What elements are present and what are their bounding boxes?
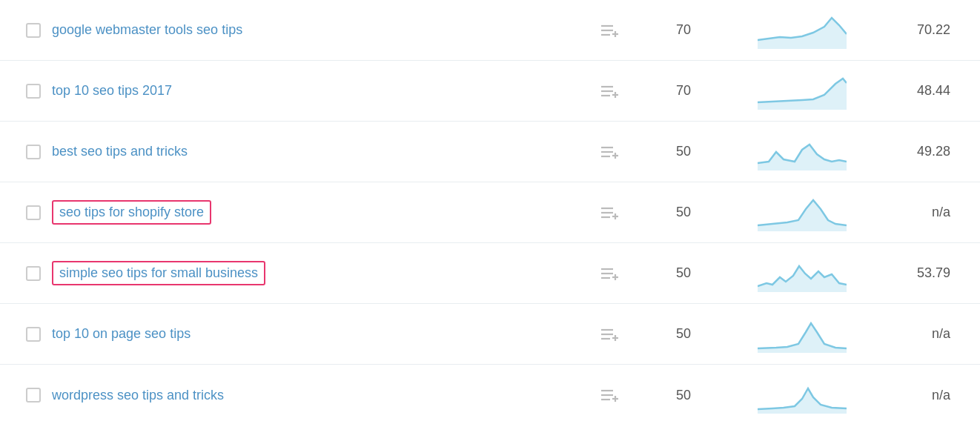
search-volume: 50 [639,388,728,403]
keyword-score: n/a [876,326,965,342]
trend-sparkline [728,255,876,292]
keyword-score: 53.79 [876,265,965,281]
table-row: simple seo tips for small business 50 53… [0,243,980,304]
table-row: top 10 seo tips 2017 70 48.44 [0,61,980,122]
row-checkbox[interactable] [26,388,41,403]
search-volume: 50 [639,265,728,281]
table-row: best seo tips and tricks 50 49.28 [0,122,980,182]
row-checkbox[interactable] [26,84,41,99]
search-volume: 70 [639,22,728,38]
search-volume: 50 [639,205,728,220]
add-to-list-icon[interactable] [580,83,639,99]
keyword-link[interactable]: wordpress seo tips and tricks [52,388,224,403]
search-volume: 70 [639,83,728,99]
svg-marker-23 [758,200,847,231]
trend-sparkline [728,12,876,49]
keyword-score: n/a [876,205,965,220]
svg-marker-29 [758,266,847,292]
keyword-link[interactable]: google webmaster tools seo tips [52,22,242,37]
add-to-list-icon[interactable] [580,387,639,403]
svg-marker-35 [758,323,847,353]
add-to-list-icon[interactable] [580,144,639,160]
row-checkbox[interactable] [26,205,41,220]
row-checkbox[interactable] [26,145,41,159]
table-row: wordpress seo tips and tricks 50 n/a [0,365,980,424]
row-checkbox[interactable] [26,327,41,342]
svg-marker-41 [758,388,847,414]
keyword-highlighted-link[interactable]: simple seo tips for small business [52,261,265,285]
svg-marker-5 [758,18,847,49]
row-checkbox[interactable] [26,266,41,281]
row-checkbox[interactable] [26,23,41,38]
add-to-list-icon[interactable] [580,326,639,342]
table-row: top 10 on page seo tips 50 n/a [0,304,980,365]
search-volume: 50 [639,144,728,159]
keyword-score: n/a [876,388,965,403]
keyword-link[interactable]: top 10 seo tips 2017 [52,83,172,98]
add-to-list-icon[interactable] [580,205,639,221]
add-to-list-icon[interactable] [580,22,639,39]
keyword-score: 48.44 [876,83,965,99]
keyword-score: 49.28 [876,144,965,159]
keyword-table: google webmaster tools seo tips 70 70.22… [0,0,980,424]
svg-marker-11 [758,79,847,110]
trend-sparkline [728,316,876,353]
search-volume: 50 [639,326,728,342]
trend-sparkline [728,377,876,414]
keyword-link[interactable]: best seo tips and tricks [52,144,188,159]
keyword-highlighted-link[interactable]: seo tips for shopify store [52,200,211,225]
trend-sparkline [728,73,876,110]
trend-sparkline [728,133,876,170]
add-to-list-icon[interactable] [580,265,639,282]
table-row: seo tips for shopify store 50 n/a [0,182,980,243]
table-row: google webmaster tools seo tips 70 70.22 [0,0,980,61]
keyword-link[interactable]: top 10 on page seo tips [52,326,191,341]
keyword-score: 70.22 [876,22,965,38]
trend-sparkline [728,194,876,231]
